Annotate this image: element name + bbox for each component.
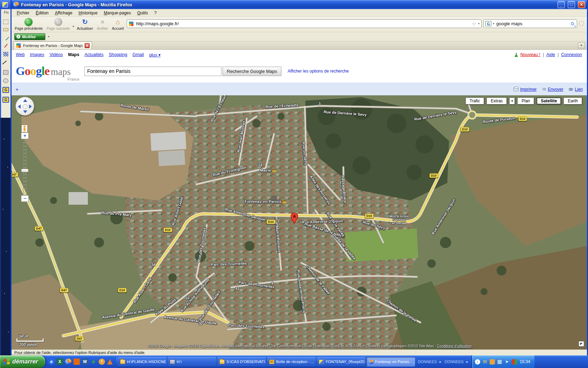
deskband-label[interactable]: DONNEES xyxy=(444,360,463,364)
lien-action[interactable]: Lien xyxy=(569,87,583,92)
header-link-shopping[interactable]: Shopping xyxy=(109,52,127,57)
menu-fichier[interactable]: Fichier xyxy=(14,9,33,16)
url-bar[interactable]: ☆ ▾ xyxy=(127,19,482,28)
maps-search-input[interactable] xyxy=(84,67,222,76)
collapse-panel-icon[interactable]: » xyxy=(16,87,18,92)
quicklaunch-ffx-icon[interactable] xyxy=(65,359,71,365)
map-type-satellite[interactable]: Satellite xyxy=(537,97,561,104)
header-link-maps[interactable]: Maps xyxy=(68,52,79,57)
start-button[interactable]: démarrer xyxy=(0,355,45,368)
task-button[interactable]: FONTENAY_05sept20... xyxy=(317,357,365,367)
menu-dition[interactable]: Édition xyxy=(33,9,52,16)
map-type-earth[interactable]: Earth xyxy=(564,97,582,104)
search-engine-box[interactable]: G ▾ xyxy=(483,19,577,28)
tray-clk-icon[interactable] xyxy=(490,359,495,364)
ellipse-tool-icon[interactable] xyxy=(3,79,8,83)
header-link-images[interactable]: Images xyxy=(30,52,44,57)
conditions-link[interactable]: Conditions d'utilisation xyxy=(437,344,471,348)
map-type-plan[interactable]: Plan xyxy=(517,97,534,104)
pan-up-icon[interactable] xyxy=(23,99,27,102)
envoyer-action[interactable]: ✉ Envoyer xyxy=(542,87,563,92)
aide-link[interactable]: Aide xyxy=(546,52,555,57)
connexion-link[interactable]: Connexion xyxy=(561,52,582,57)
header-link-vidéos[interactable]: Vidéos xyxy=(49,52,63,57)
yellow-tool-icon[interactable]: G xyxy=(2,87,9,93)
report-corner-icon[interactable]: ◤ xyxy=(579,341,584,347)
search-magnifier-icon[interactable] xyxy=(571,22,574,25)
tray-chev-icon[interactable]: ‹ xyxy=(475,359,480,364)
header-link-web[interactable]: Web xyxy=(16,52,24,57)
google-engine-icon[interactable]: G xyxy=(485,21,491,26)
tray-shd-icon[interactable] xyxy=(512,359,517,364)
eraser-tool-icon[interactable] xyxy=(3,28,8,31)
deskband-chevron-icon[interactable]: » xyxy=(439,360,441,364)
menu-marquepages[interactable]: Marque-pages xyxy=(101,9,134,16)
menu-historique[interactable]: Historique xyxy=(76,9,101,16)
map-pan-control[interactable] xyxy=(15,97,34,116)
deskband-label[interactable]: DONNEES xyxy=(418,360,437,364)
menu-affichage[interactable]: Affichage xyxy=(52,9,76,16)
task-button[interactable]: S:\CAS D'OBSERVATI... xyxy=(217,357,266,367)
header-link-gmail[interactable]: Gmail xyxy=(132,52,144,57)
back-button[interactable]: ← Page précédente xyxy=(14,18,44,30)
quicklaunch-wd-icon[interactable]: W xyxy=(82,359,88,365)
search-options-link[interactable]: Afficher les options de recherche xyxy=(288,69,349,74)
quicklaunch-tree-icon[interactable]: ♣ xyxy=(90,359,97,365)
bookmark-star-icon[interactable]: ☆ xyxy=(472,21,476,26)
engine-dropdown-icon[interactable]: ▾ xyxy=(493,22,494,25)
zoom-slider-track[interactable] xyxy=(23,139,27,195)
yellow-tool-icon[interactable]: G xyxy=(2,97,9,103)
tray-net-icon[interactable] xyxy=(497,359,502,364)
close-button[interactable]: ✕ xyxy=(578,1,585,8)
engine-search-input[interactable] xyxy=(496,21,569,27)
header-link-plus[interactable]: plus ▾ xyxy=(149,52,161,57)
quicklaunch-xl-icon[interactable]: X xyxy=(57,359,63,365)
task-button[interactable]: H:\PLANCK-HSO\CNE... xyxy=(118,357,167,367)
minimize-button[interactable]: _ xyxy=(558,1,565,8)
reload-button[interactable]: ↻ Actualiser xyxy=(76,18,94,30)
tab-list-dropdown[interactable]: ▼ xyxy=(578,42,585,48)
home-button[interactable]: ⌂ Accueil xyxy=(111,18,125,30)
deskband-chevron-icon[interactable]: » xyxy=(466,360,468,364)
titlebar[interactable]: Fontenay en Parisis - Google Maps - Mozi… xyxy=(12,0,587,9)
header-link-actualités[interactable]: Actualités xyxy=(84,52,103,57)
tab-fontenay[interactable]: Fontenay en Parisis - Google Maps ✕ xyxy=(14,41,92,49)
quicklaunch-vlc-icon[interactable] xyxy=(107,359,113,364)
pan-down-icon[interactable] xyxy=(23,110,27,113)
nouveau-link[interactable]: Nouveau ! xyxy=(520,52,540,57)
paint-toolbox[interactable]: G G xyxy=(0,16,10,118)
tab-close-icon[interactable]: ✕ xyxy=(85,43,90,48)
zoom-slider-handle[interactable] xyxy=(21,169,29,172)
map-marker-A[interactable]: A xyxy=(290,212,298,226)
zoom-in-button[interactable]: + xyxy=(21,132,29,139)
task-button[interactable]: Fontenay en Parisis - ... xyxy=(366,357,415,367)
mcafee-dropdown-icon[interactable]: ▾ xyxy=(48,35,49,38)
menu-?[interactable]: ? xyxy=(151,9,160,16)
quicklaunch-clk-icon[interactable] xyxy=(99,359,105,365)
map-type-trafic[interactable]: Trafic xyxy=(465,97,484,104)
rectangle-tool-icon[interactable] xyxy=(3,70,8,75)
pencil-tool-icon[interactable] xyxy=(4,44,8,48)
quicklaunch-ie-icon[interactable]: e xyxy=(48,359,55,365)
line-tool-icon[interactable] xyxy=(2,61,9,68)
url-input[interactable] xyxy=(135,21,470,27)
tray-ptr-icon[interactable]: ➤ xyxy=(504,359,510,364)
picker-tool-icon[interactable] xyxy=(3,34,9,41)
tray-mail-icon[interactable]: ✉ xyxy=(482,359,488,364)
task-button[interactable]: H:\ xyxy=(168,357,216,367)
pan-right-icon[interactable] xyxy=(29,104,32,109)
stop-button[interactable]: × Arrêter xyxy=(96,18,109,30)
map-type-extras[interactable]: Extras xyxy=(486,97,507,104)
history-dropdown-icon[interactable]: ▾ xyxy=(73,25,74,28)
pan-left-icon[interactable] xyxy=(18,104,21,109)
pegman-icon[interactable] xyxy=(21,125,28,132)
task-button[interactable]: ✉Boîte de réception - ... xyxy=(267,357,316,367)
extras-dropdown-icon[interactable]: ▼ xyxy=(509,97,515,104)
maps-search-button[interactable]: Recherche Google Maps xyxy=(223,67,281,76)
mcafee-button[interactable]: ✓ McAfee xyxy=(14,33,45,40)
airbrush-tool-icon[interactable] xyxy=(3,52,8,56)
zoom-out-button[interactable]: − xyxy=(21,195,29,202)
pan-hand-icon[interactable] xyxy=(23,104,28,109)
select-tool-icon[interactable] xyxy=(3,20,8,24)
maximize-button[interactable]: □ xyxy=(568,1,575,8)
